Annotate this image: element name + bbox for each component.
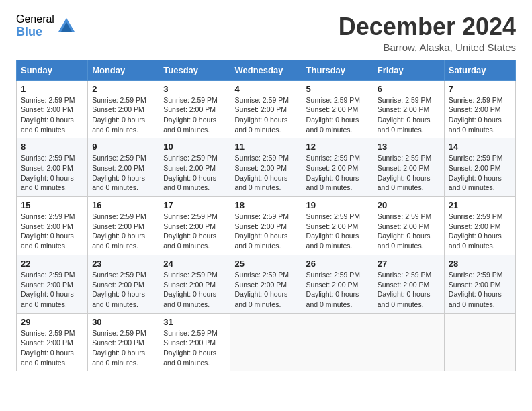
calendar-cell: 3Sunrise: 2:59 PMSunset: 2:00 PMDaylight… [159,80,230,138]
day-number: 6 [378,84,440,94]
calendar-header-thursday: Thursday [302,60,373,80]
logo-blue: Blue [16,26,54,39]
day-info: Sunrise: 2:59 PMSunset: 2:00 PMDaylight:… [21,328,83,368]
day-info: Sunrise: 2:59 PMSunset: 2:00 PMDaylight:… [92,270,154,310]
day-number: 23 [92,259,154,269]
day-info: Sunrise: 2:59 PMSunset: 2:00 PMDaylight:… [306,153,369,193]
calendar-week-row: 1Sunrise: 2:59 PMSunset: 2:00 PMDaylight… [17,80,516,138]
calendar-header-wednesday: Wednesday [230,60,302,80]
day-info: Sunrise: 2:59 PMSunset: 2:00 PMDaylight:… [306,212,369,251]
calendar-cell: 1Sunrise: 2:59 PMSunset: 2:00 PMDaylight… [17,80,88,138]
day-info: Sunrise: 2:59 PMSunset: 2:00 PMDaylight:… [234,153,297,193]
calendar-cell: 15Sunrise: 2:59 PMSunset: 2:00 PMDayligh… [17,197,88,255]
calendar-cell: 25Sunrise: 2:59 PMSunset: 2:00 PMDayligh… [230,255,302,313]
day-info: Sunrise: 2:59 PMSunset: 2:00 PMDaylight:… [21,270,83,310]
logo-general: General [16,13,54,26]
day-info: Sunrise: 2:59 PMSunset: 2:00 PMDaylight:… [21,95,83,135]
calendar-cell: 18Sunrise: 2:59 PMSunset: 2:00 PMDayligh… [230,197,302,255]
calendar-cell: 30Sunrise: 2:59 PMSunset: 2:00 PMDayligh… [88,313,159,371]
calendar-week-row: 22Sunrise: 2:59 PMSunset: 2:00 PMDayligh… [17,255,516,313]
calendar-cell: 21Sunrise: 2:59 PMSunset: 2:00 PMDayligh… [444,197,515,255]
day-number: 12 [306,142,369,152]
day-number: 4 [234,84,297,94]
day-number: 10 [163,142,226,152]
day-info: Sunrise: 2:59 PMSunset: 2:00 PMDaylight:… [449,270,511,310]
day-info: Sunrise: 2:59 PMSunset: 2:00 PMDaylight:… [163,153,226,193]
calendar-cell: 7Sunrise: 2:59 PMSunset: 2:00 PMDaylight… [444,80,515,138]
calendar-cell: 5Sunrise: 2:59 PMSunset: 2:00 PMDaylight… [302,80,373,138]
day-info: Sunrise: 2:59 PMSunset: 2:00 PMDaylight:… [378,153,440,193]
day-number: 30 [92,317,154,327]
calendar-cell [230,313,302,371]
day-number: 26 [306,259,369,269]
calendar-cell [302,313,373,371]
calendar-cell: 11Sunrise: 2:59 PMSunset: 2:00 PMDayligh… [230,138,302,197]
day-number: 1 [21,84,83,94]
day-number: 27 [378,259,440,269]
day-info: Sunrise: 2:59 PMSunset: 2:00 PMDaylight:… [378,270,440,310]
calendar-cell: 24Sunrise: 2:59 PMSunset: 2:00 PMDayligh… [159,255,230,313]
calendar-header-monday: Monday [88,60,159,80]
day-number: 3 [163,84,226,94]
calendar-cell: 22Sunrise: 2:59 PMSunset: 2:00 PMDayligh… [17,255,88,313]
day-info: Sunrise: 2:59 PMSunset: 2:00 PMDaylight:… [163,95,226,135]
day-number: 2 [92,84,154,94]
calendar-cell: 8Sunrise: 2:59 PMSunset: 2:00 PMDaylight… [17,138,88,197]
day-number: 28 [449,259,511,269]
calendar-header-sunday: Sunday [17,60,88,80]
day-info: Sunrise: 2:59 PMSunset: 2:00 PMDaylight:… [92,212,154,251]
day-number: 31 [163,317,226,327]
calendar-cell: 10Sunrise: 2:59 PMSunset: 2:00 PMDayligh… [159,138,230,197]
day-number: 29 [21,317,83,327]
day-info: Sunrise: 2:59 PMSunset: 2:00 PMDaylight:… [92,153,154,193]
day-info: Sunrise: 2:59 PMSunset: 2:00 PMDaylight:… [163,328,226,368]
day-number: 9 [92,142,154,152]
calendar-cell: 4Sunrise: 2:59 PMSunset: 2:00 PMDaylight… [230,80,302,138]
calendar-cell: 26Sunrise: 2:59 PMSunset: 2:00 PMDayligh… [302,255,373,313]
day-info: Sunrise: 2:59 PMSunset: 2:00 PMDaylight:… [449,153,511,193]
day-info: Sunrise: 2:59 PMSunset: 2:00 PMDaylight:… [378,212,440,251]
day-info: Sunrise: 2:59 PMSunset: 2:00 PMDaylight:… [449,212,511,251]
calendar-cell: 29Sunrise: 2:59 PMSunset: 2:00 PMDayligh… [17,313,88,371]
day-number: 19 [306,200,369,210]
day-number: 25 [234,259,297,269]
calendar-header-tuesday: Tuesday [159,60,230,80]
page-subtitle: Barrow, Alaska, United States [339,42,516,53]
day-number: 22 [21,259,83,269]
calendar-cell: 13Sunrise: 2:59 PMSunset: 2:00 PMDayligh… [373,138,444,197]
day-number: 17 [163,200,226,210]
calendar-header-friday: Friday [373,60,444,80]
calendar-cell: 17Sunrise: 2:59 PMSunset: 2:00 PMDayligh… [159,197,230,255]
day-info: Sunrise: 2:59 PMSunset: 2:00 PMDaylight:… [163,270,226,310]
day-info: Sunrise: 2:59 PMSunset: 2:00 PMDaylight:… [234,95,297,135]
day-number: 20 [378,200,440,210]
calendar-week-row: 8Sunrise: 2:59 PMSunset: 2:00 PMDaylight… [17,138,516,197]
calendar-cell: 19Sunrise: 2:59 PMSunset: 2:00 PMDayligh… [302,197,373,255]
day-info: Sunrise: 2:59 PMSunset: 2:00 PMDaylight:… [378,95,440,135]
calendar-cell [444,313,515,371]
calendar-cell: 31Sunrise: 2:59 PMSunset: 2:00 PMDayligh… [159,313,230,371]
page-title: December 2024 [339,13,516,40]
day-info: Sunrise: 2:59 PMSunset: 2:00 PMDaylight:… [21,153,83,193]
day-info: Sunrise: 2:59 PMSunset: 2:00 PMDaylight:… [21,212,83,251]
day-info: Sunrise: 2:59 PMSunset: 2:00 PMDaylight:… [234,270,297,310]
page-header: General Blue December 2024 Barrow, Alask… [16,13,516,53]
calendar-header-row: SundayMondayTuesdayWednesdayThursdayFrid… [17,60,516,80]
title-area: December 2024 Barrow, Alaska, United Sta… [339,13,516,53]
day-number: 16 [92,200,154,210]
day-info: Sunrise: 2:59 PMSunset: 2:00 PMDaylight:… [92,328,154,368]
day-number: 11 [234,142,297,152]
calendar-table: SundayMondayTuesdayWednesdayThursdayFrid… [16,60,516,372]
calendar-header-saturday: Saturday [444,60,515,80]
logo-icon [57,17,76,36]
calendar-cell [373,313,444,371]
calendar-week-row: 15Sunrise: 2:59 PMSunset: 2:00 PMDayligh… [17,197,516,255]
calendar-cell: 23Sunrise: 2:59 PMSunset: 2:00 PMDayligh… [88,255,159,313]
logo: General Blue [16,13,76,38]
day-number: 24 [163,259,226,269]
calendar-cell: 12Sunrise: 2:59 PMSunset: 2:00 PMDayligh… [302,138,373,197]
day-number: 18 [234,200,297,210]
calendar-cell: 16Sunrise: 2:59 PMSunset: 2:00 PMDayligh… [88,197,159,255]
day-info: Sunrise: 2:59 PMSunset: 2:00 PMDaylight:… [306,270,369,310]
day-number: 5 [306,84,369,94]
